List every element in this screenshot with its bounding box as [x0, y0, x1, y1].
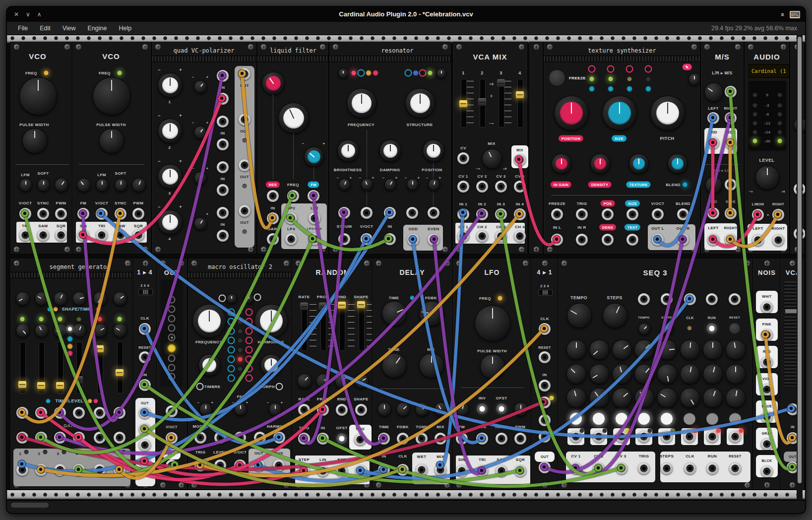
port[interactable] [217, 93, 229, 105]
module-vco-1[interactable]: VCOFREQPULSE WIDTHLFMSOFTV/OCTSYNCPWMTRI… [10, 42, 73, 254]
knob[interactable] [423, 140, 444, 162]
port[interactable] [139, 423, 151, 435]
radio-option[interactable] [168, 355, 176, 362]
port[interactable] [593, 462, 605, 474]
port[interactable] [239, 68, 250, 80]
switch[interactable] [138, 289, 153, 295]
knob[interactable] [35, 324, 49, 337]
knob[interactable] [93, 292, 107, 306]
knob[interactable] [437, 68, 446, 78]
module-lfo[interactable]: LFOFREQPULSE WIDTHINVOFSTFMCLKRESETPWMSI… [452, 258, 532, 490]
horizontal-scrollbar[interactable] [7, 500, 805, 513]
port[interactable] [476, 208, 488, 220]
knob[interactable] [35, 292, 49, 306]
port[interactable] [397, 464, 409, 476]
port[interactable] [298, 433, 310, 445]
port[interactable] [96, 229, 108, 241]
module-segment-generator[interactable]: segment generatorSHAPE/TIMETIME/LEVELGAT… [10, 258, 134, 490]
knob[interactable] [629, 154, 649, 174]
port[interactable] [139, 379, 151, 391]
port[interactable] [707, 207, 719, 219]
knob[interactable] [612, 364, 632, 384]
knob[interactable] [680, 388, 700, 408]
port[interactable] [139, 351, 151, 363]
port[interactable] [570, 462, 582, 474]
port[interactable] [761, 465, 773, 477]
port[interactable] [217, 207, 229, 219]
knob[interactable] [234, 403, 247, 416]
port[interactable] [308, 190, 319, 202]
knob[interactable] [567, 303, 592, 328]
button[interactable] [729, 323, 741, 334]
port[interactable] [37, 208, 49, 220]
radio-option[interactable] [168, 334, 176, 341]
port[interactable] [384, 207, 396, 219]
knob[interactable] [704, 83, 723, 102]
port[interactable] [495, 208, 507, 220]
knob[interactable] [589, 340, 609, 360]
port[interactable] [406, 207, 418, 219]
module-nois[interactable]: NOISWHITPINKREDVIOLBLUEGRAYBLCK [752, 258, 781, 490]
radio-option[interactable] [168, 364, 176, 372]
port[interactable] [761, 301, 773, 313]
slider-handle[interactable] [56, 382, 64, 389]
port[interactable] [361, 233, 373, 245]
port[interactable] [114, 464, 125, 476]
port[interactable] [761, 329, 773, 341]
port[interactable] [77, 229, 89, 241]
port[interactable] [514, 208, 526, 220]
port[interactable] [217, 184, 229, 196]
knob[interactable] [278, 103, 309, 133]
slider[interactable] [117, 342, 123, 393]
slider-handle[interactable] [459, 100, 467, 107]
button[interactable] [706, 323, 718, 334]
knob[interactable] [347, 88, 376, 118]
knob[interactable] [612, 340, 632, 360]
menu-engine[interactable]: Engine [88, 25, 107, 32]
port[interactable] [217, 230, 229, 242]
knob[interactable] [566, 364, 586, 384]
knob[interactable] [269, 403, 282, 416]
port[interactable] [285, 233, 297, 245]
port[interactable] [77, 208, 89, 220]
knob[interactable] [338, 68, 348, 78]
port[interactable] [336, 404, 348, 416]
port[interactable] [551, 234, 563, 246]
titlebar[interactable]: ✕ ∨ ∧ Cardinal Audio Plugin 2.0 - *Celeb… [7, 7, 805, 22]
port[interactable] [96, 208, 108, 220]
port[interactable] [514, 230, 526, 242]
knob[interactable] [603, 303, 627, 328]
port[interactable] [652, 234, 664, 246]
radio-option[interactable] [168, 296, 176, 304]
slider-handle[interactable] [319, 303, 327, 310]
module-quad-vc-polarizer[interactable]: quad VC-polarizer−+−+IN1−+−+IN2−+−+IN3−+… [151, 42, 257, 254]
slider-handle[interactable] [478, 98, 486, 106]
knob[interactable] [158, 73, 183, 98]
port[interactable] [684, 462, 696, 474]
knob[interactable] [158, 164, 183, 189]
knob[interactable] [377, 402, 391, 416]
slider[interactable] [76, 342, 82, 393]
port[interactable] [336, 465, 348, 477]
port[interactable] [476, 433, 488, 445]
port[interactable] [725, 86, 737, 98]
port[interactable] [378, 433, 390, 445]
port[interactable] [514, 433, 526, 445]
radio-option[interactable] [168, 315, 176, 323]
module-four-to-one[interactable]: 4 ▸ 12 3 4CLKRESETINOUT [531, 258, 559, 490]
knob[interactable] [726, 388, 746, 408]
port[interactable] [217, 161, 229, 173]
slider-handle[interactable] [75, 376, 83, 384]
knob[interactable] [379, 140, 401, 162]
vertical-scrollbar[interactable] [797, 35, 803, 500]
port[interactable] [139, 455, 151, 467]
port[interactable] [706, 293, 718, 305]
port[interactable] [214, 459, 226, 471]
knob[interactable] [475, 306, 510, 341]
port[interactable] [139, 439, 151, 451]
port[interactable] [428, 207, 439, 219]
port[interactable] [267, 190, 279, 202]
port[interactable] [73, 407, 85, 419]
slider-handle[interactable] [357, 301, 365, 308]
knob[interactable] [657, 340, 677, 360]
